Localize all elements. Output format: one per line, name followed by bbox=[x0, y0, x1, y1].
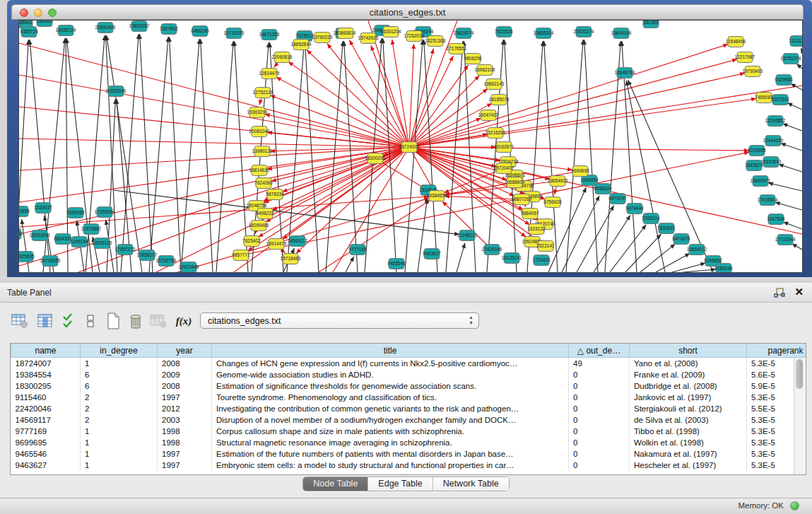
graph-node[interactable]: 9857771 bbox=[232, 250, 250, 261]
graph-node[interactable]: 16962108 bbox=[475, 65, 495, 76]
table-row[interactable]: 1456911722003Disruption of a novel membe… bbox=[11, 414, 807, 426]
graph-edge[interactable] bbox=[610, 225, 646, 272]
table-row[interactable]: 969969511998Structural magnetic resonanc… bbox=[11, 437, 807, 448]
graph-node[interactable]: 1145194 bbox=[71, 237, 88, 247]
graph-node[interactable]: 14671358 bbox=[259, 30, 280, 40]
table-cell[interactable]: 0 bbox=[569, 380, 630, 392]
table-cell[interactable]: 6 bbox=[81, 380, 158, 392]
table-row[interactable]: 977716911998Corpus callosum shape and si… bbox=[11, 426, 807, 437]
graph-node[interactable]: 1113125 bbox=[789, 36, 802, 47]
table-cell[interactable]: 0 bbox=[569, 414, 630, 426]
graph-node[interactable]: 13216281 bbox=[486, 128, 506, 139]
graph-edge[interactable] bbox=[288, 62, 409, 147]
column-header-out_degree[interactable]: △ out_de… bbox=[569, 344, 630, 358]
table-cell[interactable]: Estimation of significance thresholds fo… bbox=[212, 380, 569, 392]
graph-node[interactable]: 12752124 bbox=[253, 88, 273, 98]
graph-edge[interactable] bbox=[683, 269, 716, 272]
table-row[interactable]: 2242004622012Investigating the contribut… bbox=[11, 403, 807, 414]
graph-node[interactable]: 12505135 bbox=[92, 238, 112, 249]
graph-edge[interactable] bbox=[149, 37, 168, 272]
graph-node[interactable]: 16648784 bbox=[615, 68, 635, 78]
table-cell[interactable]: 0 bbox=[569, 403, 630, 414]
table-cell[interactable]: 2003 bbox=[158, 414, 212, 426]
graph-node[interactable]: 9227343 bbox=[771, 95, 789, 105]
tab-network-table[interactable]: Network Table bbox=[433, 477, 509, 491]
function-builder-icon[interactable]: f(x) bbox=[174, 311, 194, 331]
tab-edge-table[interactable]: Edge Table bbox=[368, 477, 433, 491]
table-cell[interactable]: Tibbo et al. (1998) bbox=[630, 426, 747, 437]
graph-edge[interactable] bbox=[505, 40, 517, 272]
table-cell[interactable]: 2009 bbox=[158, 369, 212, 380]
table-cell[interactable]: 18724007 bbox=[11, 358, 81, 370]
graph-node[interactable]: 7485083 bbox=[755, 93, 773, 103]
graph-node[interactable]: 9699695 bbox=[571, 166, 589, 177]
table-scrollbar-thumb[interactable] bbox=[796, 359, 803, 389]
graph-node[interactable]: 16099468 bbox=[249, 221, 269, 231]
graph-node[interactable]: 10865314 bbox=[534, 28, 554, 39]
table-cell[interactable]: 19384554 bbox=[11, 369, 81, 380]
graph-node[interactable]: 10653287 bbox=[129, 21, 150, 32]
graph-node[interactable]: 15751074 bbox=[781, 54, 801, 64]
table-cell[interactable]: 9463627 bbox=[11, 460, 81, 471]
graph-node[interactable]: 12444150 bbox=[763, 136, 784, 146]
graph-edge[interactable] bbox=[267, 132, 409, 147]
graph-node[interactable]: 10719155 bbox=[224, 28, 245, 39]
table-cell[interactable]: 2008 bbox=[158, 380, 212, 392]
column-header-short[interactable]: short bbox=[630, 344, 747, 358]
table-cell[interactable]: 6 bbox=[81, 369, 158, 380]
graph-edge[interactable] bbox=[114, 190, 459, 235]
graph-node[interactable]: 1733426 bbox=[532, 255, 551, 266]
table-cell[interactable]: Jankovic et al. (1997) bbox=[630, 392, 747, 403]
graph-edge[interactable] bbox=[121, 34, 139, 272]
graph-node[interactable]: 16914479 bbox=[266, 239, 287, 250]
graph-edge[interactable] bbox=[656, 253, 690, 272]
table-cell[interactable]: 2 bbox=[81, 403, 158, 414]
graph-node[interactable]: 22420046 bbox=[482, 245, 502, 255]
table-cell[interactable]: Estimation of the future numbers of pati… bbox=[212, 448, 569, 460]
graph-node[interactable]: 15824074 bbox=[454, 28, 474, 39]
graph-node[interactable]: 18185074 bbox=[489, 95, 510, 105]
table-cell[interactable]: 22420046 bbox=[11, 403, 81, 414]
table-cell[interactable]: Investigating the contribution of common… bbox=[212, 403, 569, 414]
table-row[interactable]: 1872400712008Changes of HCN gene express… bbox=[11, 358, 807, 370]
new-table-icon[interactable] bbox=[103, 311, 123, 331]
graph-node[interactable]: 16210643 bbox=[761, 157, 782, 168]
graph-node[interactable]: 9355724 bbox=[20, 27, 38, 37]
graph-edge[interactable] bbox=[409, 65, 469, 147]
graph-node[interactable]: 17353994 bbox=[95, 207, 115, 218]
graph-edge[interactable] bbox=[271, 147, 409, 181]
graph-node[interactable]: 16715055 bbox=[40, 256, 61, 267]
graph-edge[interactable] bbox=[768, 183, 802, 191]
table-cell[interactable]: 14569117 bbox=[11, 414, 81, 426]
table-cell[interactable]: Corpus callosum shape and size in male p… bbox=[212, 426, 569, 437]
graph-node[interactable]: 9329966 bbox=[775, 75, 793, 86]
graph-node[interactable]: 18807269 bbox=[512, 194, 532, 205]
graph-node[interactable]: 16135141 bbox=[502, 253, 522, 264]
graph-edge[interactable] bbox=[181, 39, 199, 272]
table-cell[interactable]: Dudbridge et al. (2008) bbox=[630, 380, 747, 392]
graph-node[interactable]: 10958107 bbox=[137, 250, 158, 261]
graph-node[interactable]: 12923448 bbox=[179, 262, 199, 273]
graph-edge[interactable] bbox=[566, 40, 583, 272]
graph-edge[interactable] bbox=[409, 44, 729, 147]
graph-node[interactable]: 1615132 bbox=[527, 224, 546, 235]
table-cell[interactable]: 1 bbox=[81, 358, 158, 370]
graph-node[interactable]: 7832621 bbox=[657, 223, 676, 234]
graph-node[interactable]: 5938924 bbox=[594, 184, 612, 194]
graph-node[interactable]: 19793493 bbox=[743, 66, 763, 77]
graph-node[interactable]: 14055724 bbox=[56, 25, 76, 36]
table-cell[interactable]: 1 bbox=[81, 460, 158, 471]
table-cell[interactable]: Embryonic stem cells: a model to study s… bbox=[212, 460, 569, 471]
graph-node[interactable]: 7625402 bbox=[242, 236, 261, 247]
graph-node[interactable]: 6756928 bbox=[543, 197, 562, 208]
graph-node[interactable]: 19363299 bbox=[247, 107, 268, 118]
graph-node[interactable]: 1167534 bbox=[767, 214, 785, 225]
graph-node[interactable]: 12217987 bbox=[735, 52, 755, 63]
graph-edge[interactable] bbox=[418, 198, 428, 272]
graph-node[interactable]: 12248121 bbox=[457, 230, 478, 241]
graph-node[interactable]: 16251368 bbox=[425, 36, 446, 47]
table-row[interactable]: 946554611997Estimation of the future num… bbox=[11, 448, 807, 460]
table-cell[interactable]: Structural magnetic resonance image aver… bbox=[212, 437, 569, 448]
graph-edge[interactable] bbox=[445, 196, 522, 199]
graph-node[interactable]: 8471676 bbox=[672, 234, 690, 245]
